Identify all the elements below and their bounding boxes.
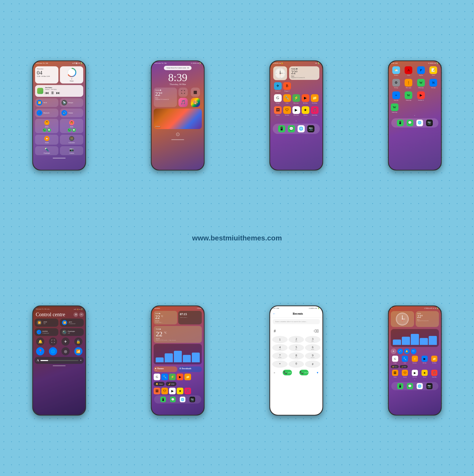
phone7-key-star[interactable]: * [272,361,288,368]
phone2-music-icon[interactable]: 🎵 [178,98,188,107]
phone7-arrow-down[interactable]: ▼ [316,371,319,374]
phone3-dock-messages[interactable]: 💬 [288,125,295,132]
phone8-dock-chrome[interactable]: 🌐 [417,383,423,389]
phone3-app-blogger[interactable]: B Blogger P. [282,82,292,92]
phone6-gallery2-icon[interactable]: 🖼 [154,388,160,394]
mom-call-btn[interactable]: 📞 [68,128,71,132]
phone7-key-5[interactable]: 5 JKL [289,344,304,351]
mom-msg-btn[interactable]: 💬 [72,128,76,132]
phone3-dock-chrome[interactable]: 🌐 [298,125,305,132]
phone4-dock-camera[interactable]: 📷 [426,120,433,126]
phone4-app-nihongo[interactable]: N Nihongo [428,79,439,88]
phone3-app-gallery[interactable]: 🖼 Gallery [273,106,282,116]
phone7-key-hash[interactable]: # [305,361,320,368]
pause-icon[interactable]: ⏸ [50,91,55,95]
phone3-app-google[interactable]: G Google [273,94,282,104]
phone4-dock-phone[interactable]: 📱 [397,120,404,126]
phone1-volume-toggle[interactable]: 🔊 Volume [60,109,83,117]
phone7-key-6[interactable]: 6 MNO [305,344,320,351]
phone7-key-8[interactable]: 8 TUV [289,352,304,359]
phone2-barcode-icon[interactable]: ▦ [191,88,200,97]
phone1-home-bar[interactable] [53,158,66,158]
prev-icon[interactable]: ⏮ [45,91,49,95]
phone5-settings-btn[interactable]: ⚙ [73,312,78,317]
airplane-icon[interactable]: ✈ [61,337,70,346]
phone7-key-3[interactable]: 3 DEF [305,336,320,343]
phone7-key-1[interactable]: 1 [272,336,288,343]
phone2-expand-icon[interactable]: ⛶ [178,88,188,97]
phone5-brightness-slider[interactable] [40,360,78,361]
phone8-silent-btn[interactable]: 🔔 Silent [391,365,399,368]
phone8-app-google[interactable]: G Google [391,356,399,364]
phone8-dock-phone[interactable]: 📱 [397,383,403,389]
phone8-dock-messages[interactable]: 💬 [407,383,413,389]
phone8-dock-camera[interactable]: 📷 [426,383,433,389]
phone6-google-icon[interactable]: G [154,374,160,380]
phone7-key-7[interactable]: 7 PQRS [272,352,288,359]
phone8-app-wynk[interactable]: 🎵 Wynk Mus. [430,370,439,378]
phone7-back-btn[interactable]: ← [273,312,276,316]
phone1-bluetooth-toggle[interactable]: 🔵 Bluetooth [35,109,58,117]
phone8-app-boost[interactable]: ⚡ Boost spe. [410,356,419,364]
wifi2-icon[interactable]: 📶 [74,347,82,355]
phone5-flashlight-btn[interactable]: 🔦 Flashlight Off [60,328,84,336]
nfc-icon[interactable]: ◎ [61,347,70,355]
phone3-app-filemgr[interactable]: 📁 File Mana. [310,94,319,104]
phone3-app-playstore[interactable]: ▶ Play Store [292,106,301,116]
phone6-dock-messages[interactable]: 💬 [170,397,176,402]
phone3-app-wynk[interactable]: 🎵 Wynk Mus. [310,106,319,116]
phone4-app-notes[interactable]: 📝 Notes [428,66,439,76]
phone6-mivideo-icon[interactable]: ▶ [177,374,183,380]
phone3-dock-camera[interactable]: 📷 [307,125,314,132]
screen-icon[interactable]: ⛶ [49,337,57,346]
phone4-dock-messages[interactable]: 💬 [407,120,413,126]
phone6-dock-camera[interactable]: 📷 [189,397,195,402]
phone4-app-weather[interactable]: ⛅ Weather [391,66,402,76]
phone4-app-shareme[interactable]: ∞ ShareMe [391,91,402,101]
phone6-silent-btn[interactable]: 🔔 Silent [154,382,165,386]
phone3-app-tools[interactable]: 🔧 Tools [282,94,292,104]
phone8-app-tools[interactable]: 🔧 Tools [401,356,409,364]
phone7-key-4[interactable]: 4 GHI [272,344,288,351]
phone6-dock-phone[interactable]: 📱 [160,397,166,402]
phone3-app-security[interactable]: 🛡 Security [282,106,292,116]
phone8-telegram-icon[interactable]: ✈ [391,348,396,354]
phone5-wifi-card[interactable]: 📶 guru Connected [60,319,84,327]
phone6-dock-chrome[interactable]: 🌐 [180,397,185,402]
phone7-call1-btn[interactable]: 📞 airtel [283,370,292,375]
location-icon[interactable]: 📍 [36,347,44,355]
phone8-dnd-btn[interactable]: 🌙 DND [400,365,408,368]
phone4-dock-chrome[interactable]: 🌐 [416,120,423,126]
phone5-home-bar[interactable] [53,365,66,366]
phone7-key-0[interactable]: 0 + [289,361,304,368]
phone8-bell-icon[interactable]: 🔔 [404,348,410,354]
phone8-app-themes[interactable]: ★ Themes [420,370,429,378]
phone3-dock-phone[interactable]: 📱 [278,125,285,132]
phone7-key-9[interactable]: 9 WXYZ [305,352,320,359]
bell-icon[interactable]: 🔔 [36,337,44,346]
phone2-fingerprint[interactable]: ⊙ [152,131,204,137]
phone1-flashlight-btn[interactable]: 🔦 Flashlight [35,146,58,155]
phone2-swipe-pill[interactable]: Swipe Down For Control center ✕ [164,66,192,70]
phone1-wifi-toggle[interactable]: 📶 Wi-Fi [35,98,58,107]
father-msg-btn[interactable]: 💬 [47,128,51,132]
phone7-options-icon[interactable]: ≡ [274,371,275,374]
phone8-app-security[interactable]: 🛡 Security [401,370,409,378]
phone4-app-youtube[interactable]: ▶ YouTube Y. [416,91,427,101]
phone6-wynk2-icon[interactable]: 🎵 [184,388,191,394]
close-icon[interactable]: ✕ [187,67,189,69]
phone8-app-mivideo[interactable]: ▶ Mi Video [420,356,429,364]
phone7-backspace-btn[interactable]: ⌫ [314,329,319,333]
phone6-boost-icon[interactable]: ⚡ [169,374,176,380]
phone4-app-paytm[interactable]: P PayTm [416,66,427,76]
phone8-app-gallery[interactable]: 🖼 Gallery [391,370,399,378]
phone2-files-icon[interactable]: 🎨 [191,98,200,107]
phone4-app-moreapps[interactable]: ⋮ More apps [403,79,414,88]
phone8-app-filemgr[interactable]: 📁 File Mana. [430,356,439,364]
phone4-app-airtel[interactable]: A Airtel [403,66,414,76]
phone4-app-whatsapp3[interactable]: W WhatsApp [391,103,398,113]
phone6-filemgr-icon[interactable]: 📁 [184,374,191,380]
phone5-edit-btn[interactable]: ✏ [79,312,84,317]
phone3-app-mivideo[interactable]: ▶ Mi Video [301,94,310,104]
phone8-sound-icon[interactable]: 🔊 [397,348,403,354]
